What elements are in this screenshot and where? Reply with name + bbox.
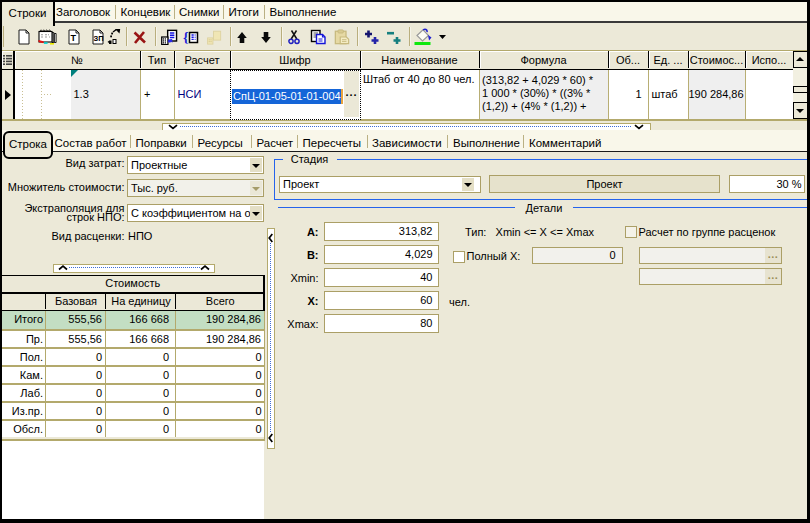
svg-text:{: {	[183, 30, 189, 45]
svg-text:ЗП: ЗП	[94, 34, 104, 43]
svg-text:Т: Т	[71, 33, 77, 43]
